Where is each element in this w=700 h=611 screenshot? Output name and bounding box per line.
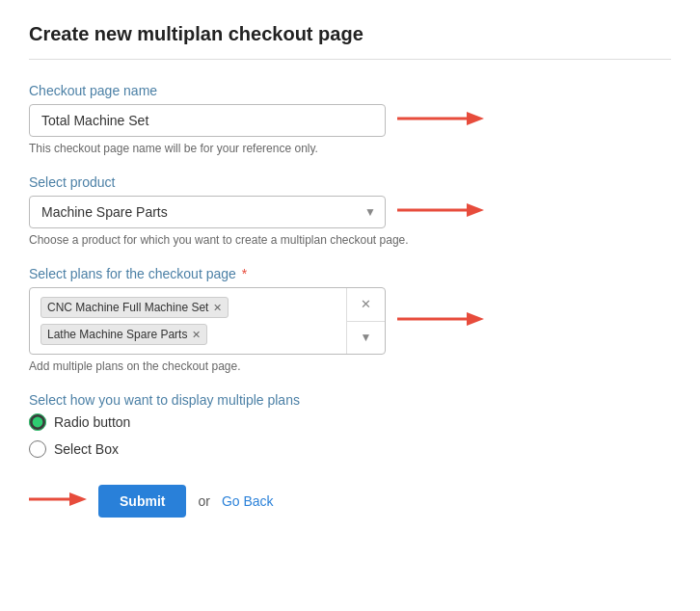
display-type-label: Select how you want to display multiple … [29,392,671,408]
svg-marker-1 [467,112,484,125]
arrow-indicator-3 [397,308,484,333]
submit-button[interactable]: Submit [98,485,186,518]
multiselect-dropdown-button[interactable]: ▼ [347,322,385,355]
checkout-name-label: Checkout page name [29,83,671,98]
plan-tag-2: Lathe Machine Spare Parts ✕ [40,324,207,345]
plans-multiselect-box[interactable]: CNC Machine Full Machine Set ✕ Lathe Mac… [29,287,386,355]
radio-option-radio-button[interactable]: Radio button [29,413,671,431]
multiselect-controls: ✕ ▼ [346,288,385,354]
multiselect-clear-button[interactable]: ✕ [347,288,385,322]
go-back-link[interactable]: Go Back [222,493,274,509]
select-product-label: Select product [29,174,671,190]
page-title: Create new multiplan checkout page [29,23,671,45]
svg-marker-5 [467,312,484,326]
divider [29,59,671,60]
arrow-indicator-2 [397,199,484,225]
radio-input-select-box[interactable] [29,440,46,458]
plan-tag-2-close[interactable]: ✕ [192,329,201,341]
plan-tag-1-close[interactable]: ✕ [213,302,222,314]
svg-marker-3 [467,203,484,217]
plan-tag-2-label: Lathe Machine Spare Parts [47,328,187,341]
select-product-section: Select product Machine Spare Parts Optio… [29,174,671,247]
display-type-section: Select how you want to display multiple … [29,392,671,458]
plan-tag-1-label: CNC Machine Full Machine Set [47,301,208,314]
submit-row: Submit or Go Back [29,485,671,518]
checkout-name-section: Checkout page name This checkout page na… [29,83,671,155]
plans-tags-container: CNC Machine Full Machine Set ✕ Lathe Mac… [38,294,346,348]
radio-input-radio-button[interactable] [29,413,46,431]
radio-label-radio-button: Radio button [54,414,130,430]
checkout-name-input[interactable] [29,104,386,137]
select-plans-hint: Add multiple plans on the checkout page. [29,359,671,373]
display-type-radio-group: Radio button Select Box [29,413,671,458]
checkout-name-hint: This checkout page name will be for your… [29,142,671,155]
arrow-indicator-1 [397,108,484,133]
product-select[interactable]: Machine Spare Parts Option 2 Option 3 [29,196,386,228]
svg-marker-7 [69,492,87,506]
radio-option-select-box[interactable]: Select Box [29,440,671,458]
arrow-indicator-4 [29,489,87,514]
plan-tag-1: CNC Machine Full Machine Set ✕ [40,297,229,318]
product-select-wrapper: Machine Spare Parts Option 2 Option 3 ▼ [29,196,386,228]
or-text: or [198,493,209,509]
radio-label-select-box: Select Box [54,441,119,457]
select-plans-label: Select plans for the checkout page * [29,266,671,281]
select-product-hint: Choose a product for which you want to c… [29,233,671,247]
select-plans-section: Select plans for the checkout page * CNC… [29,266,671,373]
